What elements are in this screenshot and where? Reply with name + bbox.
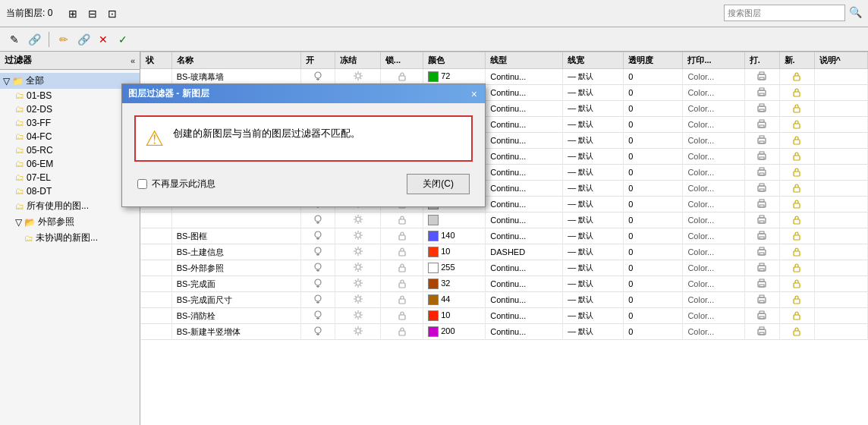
no-show-again-label[interactable]: 不再显示此消息 <box>137 178 215 190</box>
dialog-title: 图层过滤器 - 新图层 <box>128 87 209 100</box>
dialog-footer: 不再显示此消息 关闭(C) <box>134 174 473 194</box>
layer-filter-dialog: 图层过滤器 - 新图层 × ⚠ 创建的新图层与当前的图层过滤器不匹配。 不再显示… <box>121 83 486 207</box>
no-show-again-checkbox[interactable] <box>137 179 147 189</box>
checkbox-text: 不再显示此消息 <box>152 178 215 190</box>
warning-message: 创建的新图层与当前的图层过滤器不匹配。 <box>173 126 360 141</box>
dialog-overlay: 图层过滤器 - 新图层 × ⚠ 创建的新图层与当前的图层过滤器不匹配。 不再显示… <box>0 0 868 425</box>
warning-triangle-icon: ⚠ <box>145 126 164 151</box>
dialog-body: ⚠ 创建的新图层与当前的图层过滤器不匹配。 不再显示此消息 关闭(C) <box>122 103 485 206</box>
dialog-titlebar: 图层过滤器 - 新图层 × <box>122 84 485 103</box>
warning-box: ⚠ 创建的新图层与当前的图层过滤器不匹配。 <box>134 115 473 162</box>
dialog-close-button[interactable]: × <box>470 88 479 100</box>
close-dialog-button[interactable]: 关闭(C) <box>407 174 470 194</box>
